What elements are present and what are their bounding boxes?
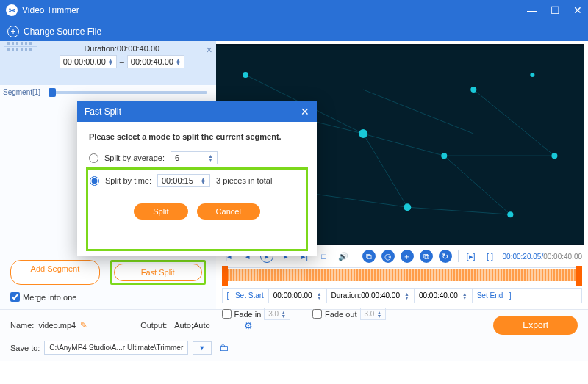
range-start-input[interactable]: 00:00:00.00▲▼ [269, 289, 327, 303]
segment-row[interactable]: Duration:00:00:40.00 00:00:00.00▲▼ – 00:… [0, 41, 216, 85]
dialog-title: Fast Split [85, 106, 121, 117]
output-value: Auto;Auto [174, 321, 209, 330]
output-label: Output: [140, 321, 167, 330]
split-average-input[interactable]: 6▲▼ [171, 151, 218, 164]
segment-end-input[interactable]: 00:00:40.00▲▼ [127, 55, 184, 68]
merge-checkbox-input[interactable] [10, 292, 20, 302]
svg-point-13 [470, 87, 476, 93]
change-source-button[interactable]: Change Source File [24, 26, 101, 37]
marker-b-button[interactable]: ⧉ [420, 250, 433, 263]
set-start-button[interactable]: [ Set Start [223, 289, 269, 303]
split-time-option[interactable]: Split by time: 00:00:15▲▼ 3 pieces in to… [90, 174, 304, 187]
name-value: video.mp4 [38, 321, 76, 330]
window-titlebar: ✂ Video Trimmer — ☐ ✕ [0, 0, 588, 21]
segment-duration-label: Duration:00:00:40.00 [46, 44, 198, 53]
svg-point-15 [404, 203, 411, 211]
range-end-input[interactable]: 00:00:40.00▲▼ [415, 289, 473, 303]
split-time-result: 3 pieces in total [216, 176, 272, 185]
name-label: Name: [10, 321, 34, 330]
fast-split-button[interactable]: Fast Split [114, 264, 202, 281]
segment-thumbnail [4, 46, 37, 47]
open-folder-icon[interactable]: 🗀 [219, 342, 229, 353]
snapshot-button[interactable]: ◎ [381, 250, 395, 263]
dialog-cancel-button[interactable]: Cancel [197, 203, 260, 220]
loop-button[interactable]: ↻ [439, 250, 452, 263]
segment-index-label: Segment[1] [0, 85, 40, 100]
dialog-split-button[interactable]: Split [134, 203, 187, 220]
save-path-input[interactable]: C:\AnyMP4 Studio\A...r Ultimate\Trimmer [44, 341, 188, 355]
output-bar: Name: video.mp4 ✎ Output: Auto;Auto ⚙ Ex… [0, 309, 588, 361]
segment-slider[interactable] [40, 85, 216, 100]
add-marker-button[interactable]: ＋ [401, 250, 414, 263]
close-icon[interactable]: ✕ [573, 4, 582, 16]
range-row: [ Set Start 00:00:00.00▲▼ Duration:00:00… [222, 288, 582, 303]
stop-icon[interactable]: □ [318, 250, 331, 263]
fast-split-dialog: Fast Split ✕ Please select a mode to spl… [77, 101, 317, 256]
maximize-icon[interactable]: ☐ [551, 4, 560, 16]
save-to-label: Save to: [10, 344, 40, 352]
minimize-icon[interactable]: — [527, 4, 537, 16]
svg-point-17 [507, 211, 513, 217]
svg-point-20 [530, 73, 534, 77]
timecode-display: 00:00:20.05/00:00:40.00 [503, 253, 582, 261]
merge-checkbox[interactable]: Merge into one [10, 292, 206, 302]
dialog-prompt: Please select a mode to split the curren… [89, 132, 305, 141]
dash-icon: – [120, 57, 124, 66]
edit-name-icon[interactable]: ✎ [80, 320, 87, 330]
segment-start-input[interactable]: 00:00:00.00▲▼ [60, 55, 117, 68]
bracket-out-icon[interactable]: [ ] [484, 250, 497, 263]
svg-point-12 [359, 129, 368, 138]
app-title: Video Trimmer [22, 5, 79, 15]
remove-segment-icon[interactable]: × [203, 41, 216, 85]
player-controls: |◂ ◂ ▸ ▸ ▸| □ 🔊 ⧉ ◎ ＋ ⧉ ↻ [▸] [ ] 00:00:… [216, 245, 588, 325]
bracket-in-icon[interactable]: [▸] [465, 250, 478, 263]
timeline-track[interactable] [222, 267, 582, 283]
volume-icon[interactable]: 🔊 [337, 250, 350, 263]
svg-point-19 [441, 153, 447, 159]
split-average-option[interactable]: Split by average: 6▲▼ [89, 151, 305, 164]
marker-a-button[interactable]: ⧉ [362, 250, 376, 263]
svg-point-14 [551, 153, 557, 159]
set-end-button[interactable]: Set End ] [473, 289, 516, 303]
save-path-dropdown[interactable]: ▼ [193, 341, 212, 355]
main-toolbar: + Change Source File [0, 21, 588, 41]
output-settings-icon[interactable]: ⚙ [244, 320, 253, 331]
dialog-close-icon[interactable]: ✕ [301, 106, 309, 117]
export-button[interactable]: Export [493, 316, 578, 335]
range-duration-input[interactable]: Duration:00:00:40.00▲▼ [327, 289, 415, 303]
split-time-input[interactable]: 00:00:15▲▼ [157, 174, 210, 187]
svg-point-11 [243, 72, 248, 78]
app-logo-icon: ✂ [6, 4, 18, 16]
plus-circle-icon[interactable]: + [7, 26, 19, 37]
add-segment-button[interactable]: Add Segment [10, 260, 100, 285]
